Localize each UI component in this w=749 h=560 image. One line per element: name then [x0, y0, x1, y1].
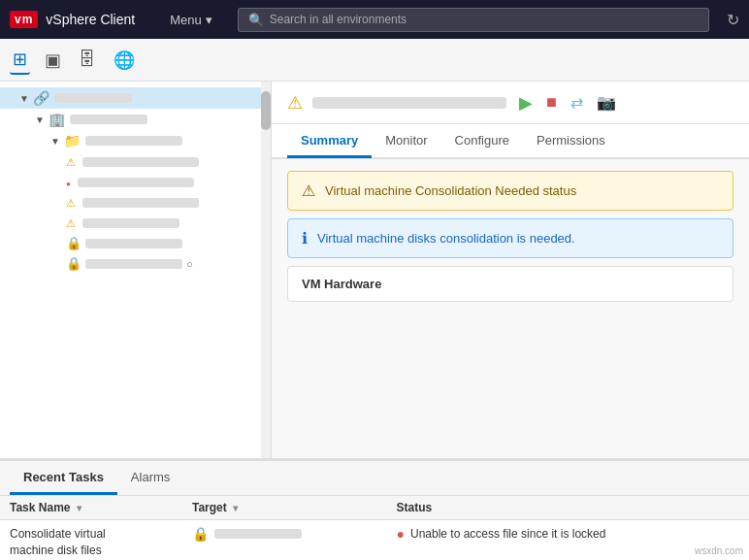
- chevron-down-icon-3: ▼: [50, 136, 60, 147]
- warn-icon-1: [66, 154, 76, 169]
- network-toolbar-icon[interactable]: 🌐: [111, 47, 138, 74]
- target-label: [214, 529, 302, 539]
- watermark: wsxdn.com: [695, 545, 743, 556]
- scrollbar-track[interactable]: [261, 82, 271, 458]
- sidebar-item-vm3-label: [82, 198, 199, 208]
- scrollbar-thumb[interactable]: [261, 91, 271, 130]
- sidebar-item-vm5-label: [85, 239, 182, 248]
- sidebar-scroll[interactable]: ▼ 🔗 ▼ 🏢 ▼ 📁: [0, 82, 271, 458]
- content-tabs: Summary Monitor Configure Permissions: [272, 124, 749, 159]
- vm-hardware-card: VM Hardware: [287, 266, 733, 302]
- alert-info-icon: ℹ: [302, 229, 308, 247]
- datacenter-icon: 🔗: [33, 90, 49, 106]
- menu-button[interactable]: Menu ▾: [162, 9, 220, 31]
- col-status: Status: [387, 496, 749, 520]
- sidebar-item-label: [54, 93, 132, 103]
- tab-monitor[interactable]: Monitor: [372, 125, 440, 158]
- error-status-icon: ●: [397, 526, 405, 542]
- play-button[interactable]: ▶: [516, 89, 536, 116]
- warning-alert: ⚠ Virtual machine Consolidation Needed s…: [287, 171, 733, 211]
- warn-icon-3: [66, 195, 76, 210]
- refresh-icon[interactable]: ↻: [727, 11, 739, 29]
- storage-toolbar-icon[interactable]: 🗄: [76, 47, 99, 73]
- sidebar-item-vm4[interactable]: [0, 213, 271, 233]
- sidebar-item-vm3[interactable]: [0, 192, 271, 213]
- info-alert: ℹ Virtual machine disks consolidation is…: [287, 218, 733, 258]
- table-row: Consolidate virtualmachine disk files 🔒 …: [0, 520, 749, 561]
- sidebar-item-vm1-label: [82, 157, 199, 167]
- tab-configure[interactable]: Configure: [441, 125, 523, 158]
- content-body: ⚠ Virtual machine Consolidation Needed s…: [272, 159, 749, 458]
- sidebar-item-vm2-label: [78, 178, 194, 187]
- warn-icon-4: [66, 215, 76, 230]
- target-cell: 🔒: [182, 520, 387, 561]
- sidebar-item-vm1[interactable]: [0, 151, 271, 172]
- header-actions: ▶ ■ ⇄ 📷: [516, 89, 619, 116]
- sort-task-icon: ▾: [77, 503, 81, 513]
- status-text: Unable to access file since it is locked: [410, 527, 605, 541]
- sidebar-item-label-2: [70, 115, 147, 124]
- sidebar-item-vm4-label: [82, 218, 179, 228]
- sidebar-item-folder[interactable]: ▼ 🏢: [0, 109, 271, 130]
- info-alert-text: Virtual machine disks consolidation is n…: [317, 231, 575, 246]
- bottom-tabs: Recent Tasks Alarms: [0, 461, 749, 496]
- stop-button[interactable]: ■: [543, 89, 560, 115]
- top-navbar: vm vSphere Client Menu ▾ 🔍 Search in all…: [0, 0, 749, 39]
- sidebar-item-label-3: [85, 136, 182, 146]
- sidebar-item-vm6-label: [85, 259, 182, 269]
- content-header: ⚠ ▶ ■ ⇄ 📷: [272, 82, 749, 124]
- folder-icon: 🏢: [49, 112, 65, 127]
- vm-name-title: [312, 97, 506, 109]
- content-area: ⚠ ▶ ■ ⇄ 📷 Summary Monitor Configure Perm…: [272, 82, 749, 458]
- chevron-down-icon: ▼: [19, 93, 29, 104]
- vm-warning-icon: ⚠: [287, 92, 303, 114]
- sidebar-item-vm5[interactable]: 🔒: [0, 233, 271, 253]
- tab-recent-tasks[interactable]: Recent Tasks: [10, 462, 117, 495]
- main-layout: ▼ 🔗 ▼ 🏢 ▼ 📁: [0, 82, 749, 459]
- migrate-button[interactable]: ⇄: [568, 90, 586, 115]
- vm-hardware-title: VM Hardware: [302, 277, 381, 291]
- tab-permissions[interactable]: Permissions: [523, 125, 619, 158]
- task-name-cell: Consolidate virtualmachine disk files: [0, 520, 182, 561]
- sidebar: ▼ 🔗 ▼ 🏢 ▼ 📁: [0, 82, 272, 458]
- tab-alarms[interactable]: Alarms: [117, 462, 183, 495]
- hosts-toolbar-icon[interactable]: ⊞: [10, 46, 30, 75]
- sort-target-icon: ▾: [233, 503, 238, 513]
- cluster-icon: 📁: [64, 133, 81, 148]
- tasks-table: Task Name ▾ Target ▾ Status Consolidate …: [0, 496, 749, 560]
- err-icon-2: [66, 175, 71, 189]
- bottom-panel: Recent Tasks Alarms Task Name ▾ Target ▾…: [0, 459, 749, 560]
- sidebar-item-cluster[interactable]: ▼ 📁: [0, 130, 271, 151]
- lock-icon-6: 🔒: [66, 256, 81, 271]
- vms-toolbar-icon[interactable]: ▣: [42, 47, 64, 74]
- sidebar-item-vm6[interactable]: 🔒 ○: [0, 253, 271, 274]
- search-bar[interactable]: 🔍 Search in all environments: [238, 8, 709, 32]
- sidebar-item-datacenter[interactable]: ▼ 🔗: [0, 87, 271, 109]
- vm6-indicator: ○: [186, 258, 193, 270]
- icon-toolbar: ⊞ ▣ 🗄 🌐: [0, 39, 749, 82]
- col-target[interactable]: Target ▾: [182, 496, 387, 520]
- snapshot-button[interactable]: 📷: [594, 90, 619, 115]
- target-vm-icon: 🔒: [192, 526, 209, 542]
- search-placeholder: Search in all environments: [270, 13, 407, 26]
- vm-logo: vm: [10, 11, 38, 28]
- sidebar-item-vm2[interactable]: [0, 172, 271, 192]
- tab-summary[interactable]: Summary: [287, 125, 372, 158]
- alert-warning-icon: ⚠: [302, 181, 315, 200]
- warning-alert-text: Virtual machine Consolidation Needed sta…: [325, 183, 576, 198]
- col-task-name[interactable]: Task Name ▾: [0, 496, 182, 520]
- chevron-down-icon-2: ▼: [35, 115, 45, 125]
- bottom-content: Task Name ▾ Target ▾ Status Consolidate …: [0, 496, 749, 560]
- lock-icon-5: 🔒: [66, 236, 81, 250]
- app-title: vSphere Client: [46, 12, 135, 27]
- search-icon: 🔍: [248, 13, 264, 27]
